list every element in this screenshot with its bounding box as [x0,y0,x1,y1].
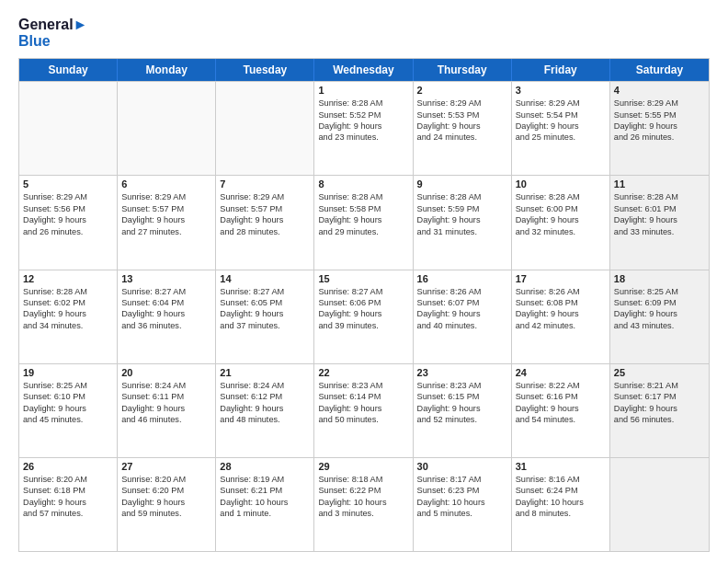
day-number: 8 [318,178,408,190]
calendar-cell: 5Sunrise: 8:29 AM Sunset: 5:56 PM Daylig… [19,176,118,269]
calendar-cell: 7Sunrise: 8:29 AM Sunset: 5:57 PM Daylig… [216,176,314,269]
weekday-header-wednesday: Wednesday [314,59,413,81]
calendar-cell: 15Sunrise: 8:27 AM Sunset: 6:06 PM Dayli… [314,270,413,363]
calendar-cell: 16Sunrise: 8:26 AM Sunset: 6:07 PM Dayli… [414,270,512,363]
day-number: 2 [417,85,507,96]
calendar-cell: 12Sunrise: 8:28 AM Sunset: 6:02 PM Dayli… [19,270,118,363]
day-number: 7 [220,178,310,190]
cell-info: Sunrise: 8:29 AM Sunset: 5:53 PM Dayligh… [417,98,507,144]
day-number: 30 [417,461,507,472]
weekday-header-sunday: Sunday [19,59,118,81]
calendar-header-row: SundayMondayTuesdayWednesdayThursdayFrid… [19,59,709,81]
cell-info: Sunrise: 8:23 AM Sunset: 6:15 PM Dayligh… [417,380,507,426]
day-number: 26 [23,461,113,472]
day-number: 6 [121,178,211,190]
cell-info: Sunrise: 8:20 AM Sunset: 6:20 PM Dayligh… [121,474,211,520]
cell-info: Sunrise: 8:28 AM Sunset: 6:01 PM Dayligh… [614,191,705,237]
day-number: 25 [614,367,705,378]
calendar-cell: 3Sunrise: 8:29 AM Sunset: 5:54 PM Daylig… [512,82,610,175]
cell-info: Sunrise: 8:25 AM Sunset: 6:09 PM Dayligh… [614,286,705,332]
day-number: 16 [417,273,507,284]
calendar-cell [19,82,118,175]
calendar-row-4: 26Sunrise: 8:20 AM Sunset: 6:18 PM Dayli… [19,457,709,551]
calendar-cell: 26Sunrise: 8:20 AM Sunset: 6:18 PM Dayli… [19,458,118,551]
calendar-body: 1Sunrise: 8:28 AM Sunset: 5:52 PM Daylig… [19,81,709,551]
cell-info: Sunrise: 8:16 AM Sunset: 6:24 PM Dayligh… [516,474,606,520]
cell-info: Sunrise: 8:23 AM Sunset: 6:14 PM Dayligh… [318,380,408,426]
calendar-cell: 24Sunrise: 8:22 AM Sunset: 6:16 PM Dayli… [512,364,610,457]
calendar: SundayMondayTuesdayWednesdayThursdayFrid… [18,58,710,552]
day-number: 31 [516,461,606,472]
cell-info: Sunrise: 8:25 AM Sunset: 6:10 PM Dayligh… [23,380,113,426]
cell-info: Sunrise: 8:28 AM Sunset: 5:52 PM Dayligh… [318,98,408,144]
header: General►Blue [18,17,710,49]
day-number: 28 [220,461,310,472]
cell-info: Sunrise: 8:17 AM Sunset: 6:23 PM Dayligh… [417,474,507,520]
weekday-header-thursday: Thursday [414,59,512,81]
calendar-cell: 9Sunrise: 8:28 AM Sunset: 5:59 PM Daylig… [414,176,512,269]
calendar-cell: 8Sunrise: 8:28 AM Sunset: 5:58 PM Daylig… [314,176,413,269]
cell-info: Sunrise: 8:26 AM Sunset: 6:08 PM Dayligh… [516,286,606,332]
cell-info: Sunrise: 8:28 AM Sunset: 6:02 PM Dayligh… [23,286,113,332]
cell-info: Sunrise: 8:21 AM Sunset: 6:17 PM Dayligh… [614,380,705,426]
calendar-cell: 4Sunrise: 8:29 AM Sunset: 5:55 PM Daylig… [610,82,709,175]
day-number: 27 [121,461,211,472]
cell-info: Sunrise: 8:27 AM Sunset: 6:06 PM Dayligh… [318,286,408,332]
calendar-cell: 19Sunrise: 8:25 AM Sunset: 6:10 PM Dayli… [19,364,118,457]
cell-info: Sunrise: 8:27 AM Sunset: 6:05 PM Dayligh… [220,286,310,332]
calendar-cell: 1Sunrise: 8:28 AM Sunset: 5:52 PM Daylig… [314,82,413,175]
calendar-cell: 13Sunrise: 8:27 AM Sunset: 6:04 PM Dayli… [118,270,216,363]
calendar-cell: 10Sunrise: 8:28 AM Sunset: 6:00 PM Dayli… [512,176,610,269]
weekday-header-saturday: Saturday [610,59,709,81]
cell-info: Sunrise: 8:24 AM Sunset: 6:11 PM Dayligh… [121,380,211,426]
cell-info: Sunrise: 8:19 AM Sunset: 6:21 PM Dayligh… [220,474,310,520]
calendar-cell [610,458,709,551]
weekday-header-friday: Friday [512,59,610,81]
calendar-cell: 25Sunrise: 8:21 AM Sunset: 6:17 PM Dayli… [610,364,709,457]
calendar-cell: 21Sunrise: 8:24 AM Sunset: 6:12 PM Dayli… [216,364,314,457]
cell-info: Sunrise: 8:29 AM Sunset: 5:57 PM Dayligh… [220,191,310,237]
calendar-cell: 6Sunrise: 8:29 AM Sunset: 5:57 PM Daylig… [118,176,216,269]
calendar-cell [118,82,216,175]
day-number: 1 [318,85,408,96]
day-number: 13 [121,273,211,284]
cell-info: Sunrise: 8:29 AM Sunset: 5:54 PM Dayligh… [516,98,606,144]
cell-info: Sunrise: 8:29 AM Sunset: 5:56 PM Dayligh… [23,191,113,237]
calendar-cell: 17Sunrise: 8:26 AM Sunset: 6:08 PM Dayli… [512,270,610,363]
day-number: 10 [516,178,606,190]
day-number: 11 [614,178,705,190]
calendar-cell: 20Sunrise: 8:24 AM Sunset: 6:11 PM Dayli… [118,364,216,457]
cell-info: Sunrise: 8:18 AM Sunset: 6:22 PM Dayligh… [318,474,408,520]
day-number: 21 [220,367,310,378]
cell-info: Sunrise: 8:24 AM Sunset: 6:12 PM Dayligh… [220,380,310,426]
calendar-cell: 29Sunrise: 8:18 AM Sunset: 6:22 PM Dayli… [314,458,413,551]
page: General►Blue SundayMondayTuesdayWednesda… [0,0,728,563]
calendar-cell [216,82,314,175]
cell-info: Sunrise: 8:22 AM Sunset: 6:16 PM Dayligh… [516,380,606,426]
day-number: 29 [318,461,408,472]
cell-info: Sunrise: 8:29 AM Sunset: 5:55 PM Dayligh… [614,98,705,144]
day-number: 20 [121,367,211,378]
logo-text: General►Blue [18,17,87,49]
weekday-header-tuesday: Tuesday [216,59,314,81]
calendar-row-2: 12Sunrise: 8:28 AM Sunset: 6:02 PM Dayli… [19,270,709,363]
day-number: 9 [417,178,507,190]
cell-info: Sunrise: 8:28 AM Sunset: 5:58 PM Dayligh… [318,191,408,237]
calendar-cell: 28Sunrise: 8:19 AM Sunset: 6:21 PM Dayli… [216,458,314,551]
calendar-row-0: 1Sunrise: 8:28 AM Sunset: 5:52 PM Daylig… [19,81,709,175]
calendar-cell: 22Sunrise: 8:23 AM Sunset: 6:14 PM Dayli… [314,364,413,457]
calendar-cell: 18Sunrise: 8:25 AM Sunset: 6:09 PM Dayli… [610,270,709,363]
day-number: 18 [614,273,705,284]
day-number: 24 [516,367,606,378]
calendar-row-3: 19Sunrise: 8:25 AM Sunset: 6:10 PM Dayli… [19,363,709,457]
cell-info: Sunrise: 8:28 AM Sunset: 5:59 PM Dayligh… [417,191,507,237]
day-number: 22 [318,367,408,378]
day-number: 19 [23,367,113,378]
cell-info: Sunrise: 8:20 AM Sunset: 6:18 PM Dayligh… [23,474,113,520]
calendar-cell: 2Sunrise: 8:29 AM Sunset: 5:53 PM Daylig… [414,82,512,175]
day-number: 23 [417,367,507,378]
calendar-cell: 11Sunrise: 8:28 AM Sunset: 6:01 PM Dayli… [610,176,709,269]
weekday-header-monday: Monday [118,59,216,81]
day-number: 3 [516,85,606,96]
calendar-cell: 14Sunrise: 8:27 AM Sunset: 6:05 PM Dayli… [216,270,314,363]
